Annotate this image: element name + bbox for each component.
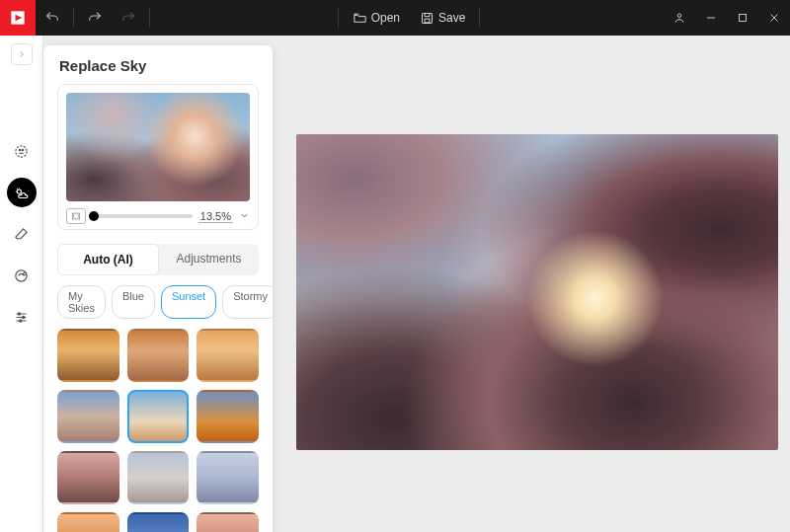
chip-blue[interactable]: Blue	[112, 285, 155, 319]
chevron-down-icon	[239, 210, 250, 221]
sky-thumb[interactable]	[127, 451, 190, 504]
watermark-tool[interactable]	[7, 261, 37, 290]
watermark-icon	[13, 267, 30, 284]
canvas-image[interactable]	[296, 134, 778, 450]
replace-sky-panel: Replace Sky 13.5% Auto (AI)	[43, 45, 273, 532]
separator	[73, 8, 74, 28]
sky-thumb[interactable]	[197, 512, 259, 532]
zoom-controls: 13.5%	[66, 207, 250, 225]
sky-thumb[interactable]	[57, 390, 119, 443]
separator	[479, 8, 480, 28]
svg-rect-3	[740, 15, 747, 22]
chip-my-skies[interactable]: My Skies	[57, 285, 106, 319]
sky-thumb[interactable]	[197, 451, 259, 504]
tab-auto-ai[interactable]: Auto (AI)	[57, 244, 159, 275]
account-button[interactable]	[664, 0, 695, 36]
enhance-tool[interactable]	[7, 136, 37, 166]
canvas-area[interactable]	[273, 36, 790, 532]
save-label: Save	[438, 11, 465, 25]
fit-to-screen-button[interactable]	[66, 208, 86, 224]
folder-open-icon	[353, 11, 367, 26]
svg-rect-0	[423, 13, 433, 23]
minimize-icon	[704, 11, 718, 25]
svg-point-4	[16, 145, 27, 156]
sky-thumb[interactable]	[197, 390, 259, 443]
maximize-icon	[736, 11, 750, 25]
panel-title: Replace Sky	[43, 45, 273, 84]
chip-sunset[interactable]: Sunset	[161, 285, 216, 319]
redo-alt-button[interactable]	[112, 0, 145, 36]
sky-thumb[interactable]	[197, 329, 259, 382]
minimize-button[interactable]	[695, 0, 727, 36]
zoom-dropdown[interactable]	[239, 207, 250, 225]
sky-thumb[interactable]	[57, 451, 119, 504]
svg-rect-1	[425, 19, 430, 23]
sky-thumb-selected[interactable]	[127, 390, 190, 443]
sky-thumb[interactable]	[127, 329, 190, 382]
separator	[338, 8, 339, 28]
user-icon	[672, 11, 686, 25]
chevron-right-icon	[17, 49, 27, 59]
eraser-icon	[13, 226, 30, 243]
svg-point-2	[677, 14, 681, 17]
save-icon	[420, 11, 434, 26]
chip-stormy[interactable]: Stormy	[222, 285, 273, 319]
open-label: Open	[371, 11, 400, 25]
zoom-slider-thumb[interactable]	[89, 211, 99, 221]
svg-point-11	[22, 316, 24, 318]
sky-thumbnails	[57, 329, 259, 532]
app-logo	[0, 0, 36, 36]
sliders-icon	[13, 309, 30, 326]
sparkle-face-icon	[13, 143, 30, 160]
replace-sky-tool[interactable]	[7, 178, 37, 207]
adjust-tool[interactable]	[7, 302, 37, 332]
workspace: Replace Sky 13.5% Auto (AI)	[0, 36, 790, 532]
save-button[interactable]: Save	[410, 11, 475, 26]
svg-point-10	[18, 312, 20, 314]
zoom-value[interactable]: 13.5%	[198, 210, 233, 223]
tool-strip	[0, 36, 43, 532]
zoom-slider[interactable]	[92, 214, 193, 218]
maximize-button[interactable]	[727, 0, 758, 36]
panel-collapse-button[interactable]	[11, 43, 33, 65]
redo-button[interactable]	[78, 0, 112, 36]
close-button[interactable]	[758, 0, 790, 36]
undo-button[interactable]	[36, 0, 69, 36]
svg-point-12	[20, 319, 22, 321]
sky-thumb[interactable]	[57, 329, 119, 382]
preview-image	[66, 93, 250, 201]
open-button[interactable]: Open	[343, 11, 410, 26]
sky-thumb[interactable]	[127, 512, 190, 532]
eraser-tool[interactable]	[7, 219, 37, 249]
title-bar: Open Save	[0, 0, 790, 36]
svg-point-7	[17, 189, 21, 192]
close-icon	[767, 11, 781, 25]
sun-cloud-icon	[13, 185, 30, 201]
preview-box: 13.5%	[57, 84, 259, 230]
sky-thumb[interactable]	[57, 512, 119, 532]
separator	[149, 8, 150, 28]
sky-category-chips: My Skies Blue Sunset Stormy	[57, 285, 259, 319]
svg-point-9	[24, 271, 27, 274]
tab-adjustments[interactable]: Adjustments	[159, 244, 259, 275]
fit-icon	[70, 211, 82, 221]
svg-point-6	[22, 149, 23, 150]
mode-tabs: Auto (AI) Adjustments	[57, 244, 259, 275]
svg-point-5	[19, 149, 20, 150]
